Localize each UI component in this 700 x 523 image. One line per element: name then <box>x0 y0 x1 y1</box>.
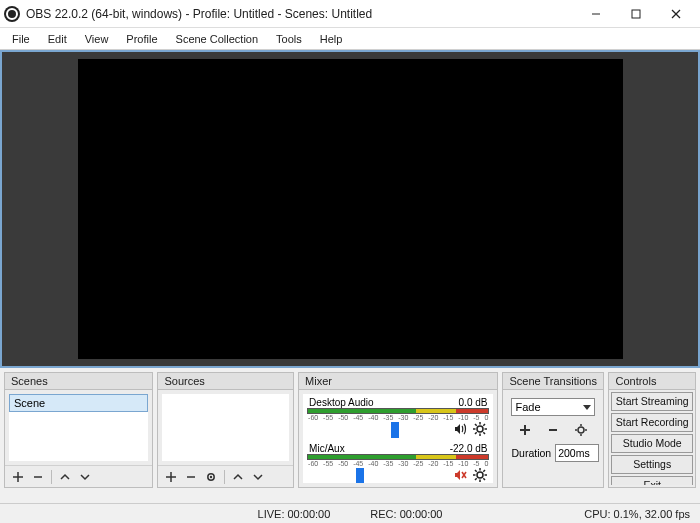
divider <box>51 470 52 484</box>
exit-button[interactable]: Exit <box>611 476 693 485</box>
start-recording-button[interactable]: Start Recording <box>611 413 693 432</box>
panel-sources: Sources <box>157 372 294 488</box>
svg-line-19 <box>484 424 486 426</box>
duration-input[interactable] <box>556 445 598 461</box>
svg-line-28 <box>475 470 477 472</box>
spinner-down-button[interactable] <box>598 453 599 461</box>
menu-profile[interactable]: Profile <box>118 31 165 47</box>
duration-label: Duration <box>511 447 551 459</box>
add-source-button[interactable] <box>162 468 180 486</box>
titlebar: OBS 22.0.2 (64-bit, windows) - Profile: … <box>0 0 700 28</box>
panel-header-controls: Controls <box>609 373 695 390</box>
bottom-panels: Scenes Scene Sources Mixer <box>0 368 700 488</box>
mixer-channel-mic: Mic/Aux -22.0 dB -60-55-50-45-40-35-30-2… <box>305 442 491 483</box>
channel-name: Mic/Aux <box>309 443 345 454</box>
source-properties-button[interactable] <box>202 468 220 486</box>
svg-line-18 <box>484 432 486 434</box>
speaker-icon[interactable] <box>453 422 467 438</box>
move-source-up-button[interactable] <box>229 468 247 486</box>
menu-edit[interactable]: Edit <box>40 31 75 47</box>
volume-slider[interactable] <box>307 422 451 438</box>
move-source-down-button[interactable] <box>249 468 267 486</box>
speaker-muted-icon[interactable] <box>453 468 467 483</box>
remove-transition-button[interactable] <box>543 420 563 440</box>
svg-point-35 <box>578 427 584 433</box>
menu-help[interactable]: Help <box>312 31 351 47</box>
volume-meter <box>307 408 489 414</box>
volume-slider[interactable] <box>307 468 451 483</box>
window-title: OBS 22.0.2 (64-bit, windows) - Profile: … <box>26 7 576 21</box>
panel-mixer: Mixer Desktop Audio 0.0 dB -60-55-50-45-… <box>298 372 498 488</box>
controls-body: Start Streaming Start Recording Studio M… <box>611 392 693 485</box>
remove-source-button[interactable] <box>182 468 200 486</box>
channel-name: Desktop Audio <box>309 397 374 408</box>
menu-view[interactable]: View <box>77 31 117 47</box>
svg-line-31 <box>475 478 477 480</box>
mixer-body: Desktop Audio 0.0 dB -60-55-50-45-40-35-… <box>303 394 493 483</box>
menubar: File Edit View Profile Scene Collection … <box>0 28 700 50</box>
scenes-toolbar <box>5 465 152 487</box>
transition-properties-button[interactable] <box>571 420 591 440</box>
window-buttons <box>576 0 696 28</box>
svg-point-11 <box>210 475 212 477</box>
panel-header-transitions: Scene Transitions <box>503 373 603 390</box>
status-live: LIVE: 00:00:00 <box>258 508 331 520</box>
volume-meter <box>307 454 489 460</box>
move-scene-up-button[interactable] <box>56 468 74 486</box>
minimize-button[interactable] <box>576 0 616 28</box>
transitions-body: Fade Duration <box>507 394 599 483</box>
add-transition-button[interactable] <box>515 420 535 440</box>
divider <box>224 470 225 484</box>
panel-header-scenes: Scenes <box>5 373 152 390</box>
transition-selected: Fade <box>515 401 540 413</box>
svg-point-23 <box>477 472 483 478</box>
svg-point-12 <box>477 426 483 432</box>
slider-handle[interactable] <box>356 468 364 483</box>
settings-button[interactable]: Settings <box>611 455 693 474</box>
scene-item[interactable]: Scene <box>9 394 148 412</box>
menu-file[interactable]: File <box>4 31 38 47</box>
app-logo-icon <box>4 6 20 22</box>
move-scene-down-button[interactable] <box>76 468 94 486</box>
channel-db: -22.0 dB <box>450 443 488 454</box>
panel-scenes: Scenes Scene <box>4 372 153 488</box>
sources-toolbar <box>158 465 293 487</box>
sources-list[interactable] <box>162 394 289 461</box>
start-streaming-button[interactable]: Start Streaming <box>611 392 693 411</box>
svg-line-30 <box>484 470 486 472</box>
gear-icon[interactable] <box>473 422 487 438</box>
close-button[interactable] <box>656 0 696 28</box>
status-cpu: CPU: 0.1%, 32.00 fps <box>584 508 690 520</box>
chevron-down-icon <box>583 405 591 410</box>
panel-transitions: Scene Transitions Fade Duration <box>502 372 604 488</box>
duration-spinner[interactable] <box>555 444 599 462</box>
preview-canvas[interactable] <box>78 59 623 359</box>
menu-tools[interactable]: Tools <box>268 31 310 47</box>
panel-header-sources: Sources <box>158 373 293 390</box>
ruler-labels: -60-55-50-45-40-35-30-25-20-15-10-50 <box>307 414 489 422</box>
ruler-labels: -60-55-50-45-40-35-30-25-20-15-10-50 <box>307 460 489 468</box>
svg-line-17 <box>475 424 477 426</box>
svg-line-20 <box>475 432 477 434</box>
remove-scene-button[interactable] <box>29 468 47 486</box>
menu-scene-collection[interactable]: Scene Collection <box>168 31 267 47</box>
preview-area <box>0 50 700 368</box>
mixer-channel-desktop: Desktop Audio 0.0 dB -60-55-50-45-40-35-… <box>305 396 491 442</box>
transition-select[interactable]: Fade <box>511 398 595 416</box>
add-scene-button[interactable] <box>9 468 27 486</box>
studio-mode-button[interactable]: Studio Mode <box>611 434 693 453</box>
statusbar: LIVE: 00:00:00 REC: 00:00:00 CPU: 0.1%, … <box>0 503 700 523</box>
maximize-button[interactable] <box>616 0 656 28</box>
panel-header-mixer: Mixer <box>299 373 497 390</box>
svg-rect-1 <box>632 10 640 18</box>
scenes-list[interactable]: Scene <box>9 394 148 461</box>
status-rec: REC: 00:00:00 <box>370 508 442 520</box>
spinner-up-button[interactable] <box>598 445 599 453</box>
channel-db: 0.0 dB <box>459 397 488 408</box>
panel-controls: Controls Start Streaming Start Recording… <box>608 372 696 488</box>
slider-handle[interactable] <box>391 422 399 438</box>
svg-line-29 <box>484 478 486 480</box>
gear-icon[interactable] <box>473 468 487 483</box>
